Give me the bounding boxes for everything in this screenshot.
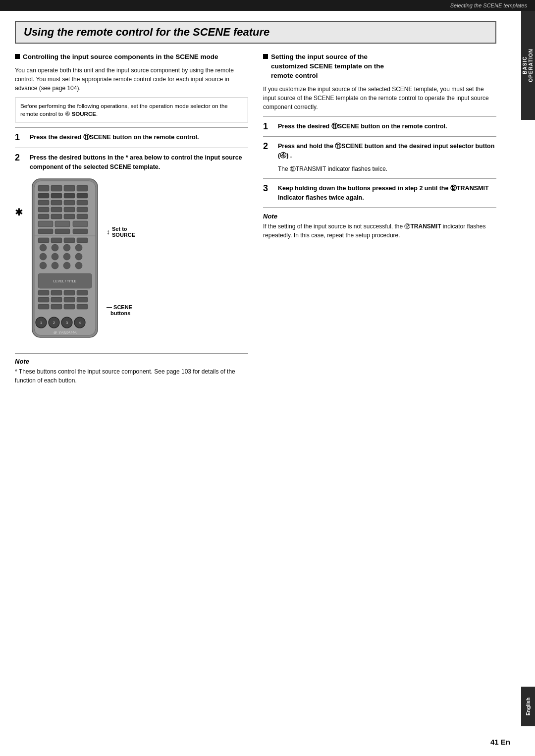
right-section-heading: Setting the input source of the customiz… [263, 53, 496, 81]
bullet-icon-right [263, 54, 268, 59]
svg-point-35 [63, 244, 70, 251]
svg-rect-21 [77, 214, 88, 219]
svg-point-42 [52, 262, 58, 269]
right-divider-3 [263, 178, 496, 179]
right-step-text-1: Press the desired ⑪SCENE button on the r… [278, 122, 496, 131]
right-body-text: If you customize the input source of the… [263, 85, 496, 111]
left-body-text: You can operate both this unit and the i… [15, 66, 248, 93]
sidebar-english-label: English [526, 698, 531, 715]
top-header-bar: Selecting the SCENE templates [0, 0, 535, 11]
svg-rect-17 [77, 207, 88, 212]
right-step-text-2: Press and hold the ⑪SCENE button and the… [278, 142, 496, 161]
bottom-note-section: Note * These buttons control the input s… [15, 353, 248, 385]
source-label: ↕ Set to SOURCE [107, 226, 135, 238]
svg-rect-19 [51, 214, 62, 219]
svg-point-36 [75, 244, 82, 251]
svg-rect-22 [38, 221, 53, 227]
svg-point-44 [75, 262, 82, 269]
two-column-layout: Controlling the input source components … [15, 53, 496, 390]
right-divider-1 [263, 116, 496, 117]
asterisk-label: ✱ [15, 206, 23, 218]
step-num-2: 2 [15, 153, 26, 163]
svg-point-43 [63, 262, 70, 269]
left-step-2: 2 Press the desired buttons in the * are… [15, 153, 248, 172]
svg-rect-54 [77, 297, 88, 302]
svg-rect-29 [38, 238, 49, 243]
svg-text:⊕ YAMAHA: ⊕ YAMAHA [53, 330, 77, 335]
buttons-label: buttons [110, 310, 135, 316]
svg-rect-15 [51, 207, 62, 212]
left-section-title: Controlling the input source components … [23, 53, 218, 62]
scene-label-area: — SCENE buttons [107, 304, 135, 316]
svg-rect-6 [38, 193, 49, 198]
svg-point-34 [52, 244, 58, 251]
transmit-note-text: The ⑫TRANSMIT indicator flashes twice. [278, 164, 496, 173]
svg-rect-30 [51, 238, 62, 243]
svg-rect-7 [51, 193, 62, 198]
step-text-2: Press the desired buttons in the * area … [30, 153, 248, 172]
note-box-text: Before performing the following operatio… [20, 103, 228, 117]
bottom-note-heading: Note [15, 358, 248, 365]
svg-rect-51 [38, 297, 49, 302]
left-step-1: 1 Press the desired ⑪SCENE button on the… [15, 133, 248, 143]
svg-rect-57 [64, 304, 75, 309]
right-step-num-1: 1 [263, 122, 274, 132]
left-column: Controlling the input source components … [15, 53, 248, 390]
svg-text:1: 1 [40, 321, 43, 325]
svg-rect-11 [51, 200, 62, 205]
arrow-icon: ↕ [107, 228, 110, 236]
svg-text:4: 4 [79, 321, 81, 325]
svg-rect-58 [77, 304, 88, 309]
svg-rect-10 [38, 200, 49, 205]
svg-rect-24 [73, 221, 88, 227]
right-step-1: 1 Press the desired ⑪SCENE button on the… [263, 122, 496, 132]
svg-rect-23 [55, 221, 70, 227]
remote-control-image: LEVEL / TITLE [28, 176, 102, 346]
svg-rect-20 [64, 214, 75, 219]
note-box-bold: SOURCE [72, 111, 96, 117]
left-section-heading: Controlling the input source components … [15, 53, 248, 62]
svg-rect-53 [64, 297, 75, 302]
divider-2 [15, 148, 248, 148]
left-note-box: Before performing the following operatio… [15, 98, 248, 122]
svg-rect-31 [64, 238, 75, 243]
svg-point-41 [40, 262, 47, 269]
svg-rect-9 [77, 193, 88, 198]
svg-point-40 [75, 253, 82, 260]
main-content: Using the remote control for the SCENE f… [0, 11, 521, 405]
svg-rect-16 [64, 207, 75, 212]
header-section-title: Selecting the SCENE templates [450, 2, 527, 8]
page-title-box: Using the remote control for the SCENE f… [15, 21, 496, 44]
right-step-text-3: Keep holding down the buttons pressed in… [278, 184, 496, 203]
set-to-label: Set to [112, 226, 135, 232]
right-divider-2 [263, 136, 496, 137]
page-title: Using the remote control for the SCENE f… [24, 26, 269, 38]
svg-rect-3 [51, 185, 62, 191]
svg-rect-56 [51, 304, 62, 309]
svg-rect-12 [64, 200, 75, 205]
bottom-note-text: * These buttons control the input source… [15, 367, 248, 385]
page-number: 41 En [490, 738, 510, 746]
sidebar-english: English [521, 687, 535, 726]
svg-point-38 [52, 253, 58, 260]
step-num-1: 1 [15, 133, 26, 143]
sidebar-basic-operation-label: BASICOPERATION [522, 49, 534, 82]
right-step-3: 3 Keep holding down the buttons pressed … [263, 184, 496, 203]
svg-text:3: 3 [66, 321, 68, 325]
note-circle-num: ⑥ [65, 111, 70, 117]
right-note-heading: Note [263, 213, 496, 220]
right-section-title: Setting the input source of the customiz… [271, 53, 384, 81]
divider-1 [15, 127, 248, 128]
svg-text:2: 2 [53, 321, 55, 325]
right-divider-4 [263, 207, 496, 208]
remote-labels: ↕ Set to SOURCE — SCENE buttons [107, 226, 135, 316]
svg-rect-2 [38, 185, 49, 191]
right-step-2: 2 Press and hold the ⑪SCENE button and t… [263, 142, 496, 161]
svg-rect-48 [51, 290, 62, 295]
remote-area: ✱ [15, 176, 248, 346]
right-note-text: If the setting of the input source is no… [263, 222, 496, 240]
source-text: SOURCE [112, 232, 135, 238]
right-step-num-2: 2 [263, 142, 274, 152]
sidebar-basic-operation: BASICOPERATION [521, 11, 535, 120]
svg-rect-47 [38, 290, 49, 295]
